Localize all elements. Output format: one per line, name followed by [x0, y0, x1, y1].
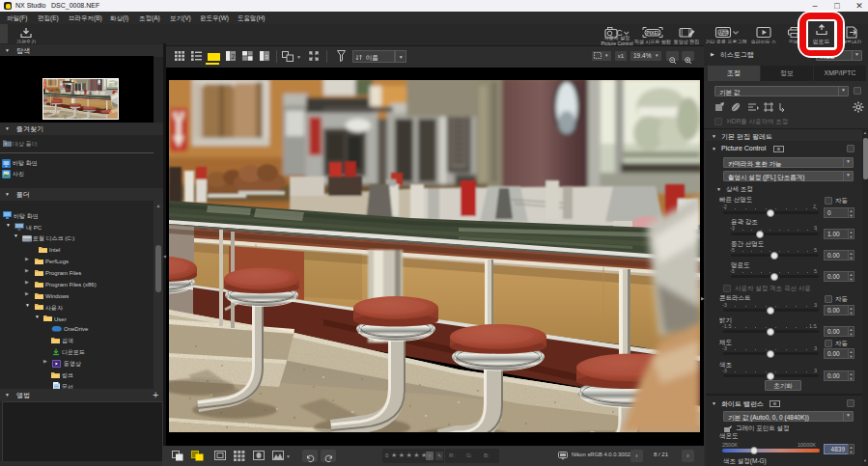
svg-text:APP: APP — [719, 31, 728, 36]
svg-text:PIXEL: PIXEL — [646, 30, 661, 36]
svg-text:2: 2 — [232, 53, 236, 60]
